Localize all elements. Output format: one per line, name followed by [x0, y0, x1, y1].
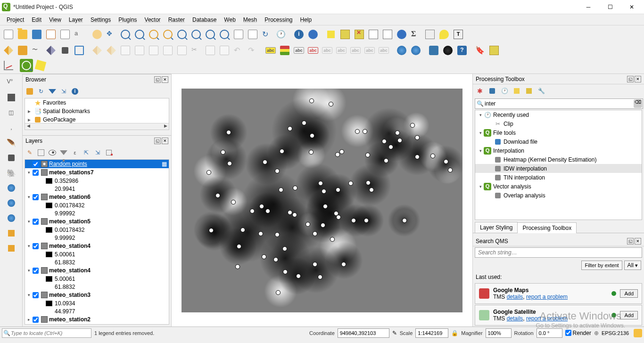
open-project-button[interactable] — [16, 28, 29, 41]
proc-script-button[interactable] — [487, 86, 497, 96]
locator-bar[interactable]: 🔍 — [2, 328, 91, 338]
map-point[interactable] — [206, 170, 211, 175]
map-point[interactable] — [321, 223, 325, 228]
proc-results-button[interactable] — [512, 86, 522, 96]
select-features-button[interactable] — [324, 28, 338, 41]
map-point[interactable] — [280, 149, 284, 154]
menu-raster[interactable]: Raster — [165, 15, 189, 24]
map-point[interactable] — [309, 150, 314, 155]
raster-layer-button[interactable] — [5, 91, 18, 104]
messages-button[interactable] — [634, 329, 642, 337]
menu-settings[interactable]: Settings — [87, 15, 115, 24]
browser-properties-button[interactable]: i — [70, 86, 80, 97]
map-point[interactable] — [382, 139, 387, 144]
osm-2-button[interactable] — [409, 44, 422, 57]
map-point[interactable] — [293, 186, 297, 190]
map-point[interactable] — [262, 254, 266, 259]
layers-close-button[interactable]: ✕ — [162, 138, 168, 144]
label-toolbar-3[interactable]: abc — [292, 44, 305, 57]
map-point[interactable] — [402, 218, 407, 223]
delimited-text-button[interactable]: ， — [5, 121, 18, 134]
map-point[interactable] — [341, 262, 346, 267]
map-point[interactable] — [348, 181, 353, 186]
layers-add-group-button[interactable] — [36, 147, 46, 158]
qms-float-button[interactable]: ◱ — [627, 238, 634, 245]
map-canvas[interactable] — [172, 74, 472, 327]
browser-float-button[interactable]: ◱ — [154, 76, 161, 83]
paste-button[interactable] — [218, 44, 231, 57]
map-point[interactable] — [305, 222, 310, 227]
layers-expand-button[interactable]: ⇱ — [81, 147, 91, 158]
map-point[interactable] — [323, 204, 328, 209]
layers-float-button[interactable]: ◱ — [154, 138, 161, 144]
menu-web[interactable]: Web — [220, 15, 239, 24]
map-point[interactable] — [330, 237, 335, 242]
paint-6-button[interactable] — [161, 44, 174, 57]
help-button[interactable]: ? — [455, 44, 469, 57]
proc-algorithm[interactable]: IDW interpolation — [475, 164, 642, 173]
redo-button[interactable]: ↷ — [246, 44, 259, 57]
paint-4-button[interactable] — [133, 44, 146, 57]
pan-selection-button[interactable]: ✥ — [105, 28, 118, 41]
map-point[interactable] — [292, 212, 297, 217]
map-point[interactable] — [209, 228, 214, 233]
maximize-button[interactable]: ☐ — [600, 0, 620, 14]
annotation-button[interactable]: T — [452, 28, 465, 41]
layer-checkbox[interactable] — [33, 161, 39, 167]
python-console-button[interactable] — [427, 44, 440, 57]
proc-model-button[interactable]: ✱ — [475, 86, 485, 96]
new-map-view-button[interactable] — [232, 28, 245, 41]
map-point[interactable] — [296, 274, 301, 278]
processing-float-button[interactable]: ◱ — [627, 76, 634, 82]
wms-button[interactable] — [5, 181, 18, 195]
layer-row[interactable]: ▾meteo_station3 — [25, 291, 169, 299]
qms-close-button[interactable]: ✕ — [635, 238, 641, 245]
map-point[interactable] — [388, 145, 393, 149]
osm-1-button[interactable] — [395, 44, 408, 57]
map-point[interactable] — [279, 188, 283, 192]
layers-remove-button[interactable]: ● — [104, 147, 114, 158]
paint-3-button[interactable] — [119, 44, 132, 57]
browser-tree[interactable]: ★Favorites▸📑Spatial Bookmarks▸GeoPackage… — [25, 98, 169, 130]
menu-help[interactable]: Help — [297, 15, 316, 24]
processing-button[interactable] — [395, 28, 408, 41]
browser-close-button[interactable]: ✕ — [162, 76, 168, 83]
virtual-layer-button[interactable] — [5, 151, 18, 164]
menu-plugins[interactable]: Plugins — [115, 15, 140, 24]
deselect-button[interactable]: ✕ — [353, 28, 366, 41]
qms-details-link[interactable]: details — [507, 315, 523, 322]
map-point[interactable] — [415, 135, 420, 140]
layer-checkbox[interactable] — [33, 268, 39, 274]
proc-group[interactable]: ▾QVector analysis — [475, 182, 642, 191]
map-point[interactable] — [310, 133, 314, 138]
map-point[interactable] — [283, 270, 288, 274]
map-point[interactable] — [366, 180, 371, 185]
crs-button[interactable]: EPSG:2136 — [602, 330, 629, 336]
identify-button[interactable]: i — [292, 28, 305, 41]
map-point[interactable] — [415, 155, 420, 159]
paint-1-button[interactable] — [91, 44, 104, 57]
map-point[interactable] — [430, 154, 435, 158]
map-point[interactable] — [339, 149, 344, 154]
layer-checkbox[interactable] — [33, 194, 39, 200]
menu-database[interactable]: Database — [189, 15, 220, 24]
map-point[interactable] — [265, 209, 270, 213]
map-point[interactable] — [273, 257, 278, 262]
postgis-button[interactable]: 🐘 — [5, 166, 18, 180]
mesh-layer-button[interactable]: ◫ — [5, 106, 18, 119]
vertex-tool-button[interactable] — [16, 44, 29, 57]
dock-tab[interactable]: Processing Toolbox — [517, 222, 577, 233]
map-point[interactable] — [288, 210, 292, 215]
map-point[interactable] — [240, 228, 245, 232]
label-toolbar-6[interactable]: abc — [335, 44, 348, 57]
browser-item[interactable]: ▸📑Spatial Bookmarks — [25, 107, 169, 115]
wfs-button[interactable] — [5, 196, 18, 210]
processing-search[interactable]: 🔍 — [475, 98, 643, 109]
proc-group[interactable]: ▾QInterpolation — [475, 146, 642, 155]
menu-view[interactable]: View — [45, 15, 65, 24]
undo-button[interactable]: ↶ — [232, 44, 245, 57]
map-point[interactable] — [363, 129, 367, 134]
zoom-in-button[interactable] — [119, 28, 132, 41]
layer-row[interactable]: ▾meteo_station6 — [25, 193, 169, 201]
coord-toggle-icon[interactable]: ✎ — [392, 330, 397, 336]
